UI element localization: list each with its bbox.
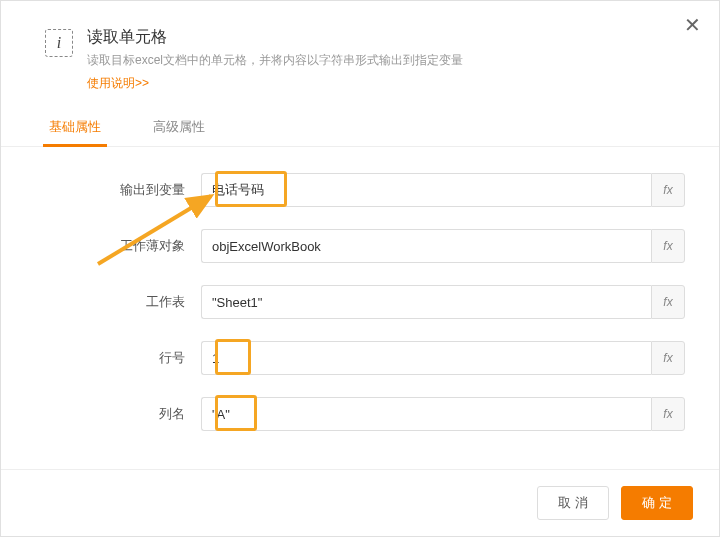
- row-col-name: 列名 fx: [35, 397, 685, 431]
- ok-button[interactable]: 确定: [621, 486, 693, 520]
- input-worksheet[interactable]: [201, 285, 651, 319]
- field-workbook: fx: [201, 229, 685, 263]
- dialog-subtitle: 读取目标excel文档中的单元格，并将内容以字符串形式输出到指定变量: [87, 52, 675, 69]
- input-row-num[interactable]: [201, 341, 651, 375]
- info-icon: i: [45, 29, 73, 57]
- label-output-var: 输出到变量: [35, 181, 201, 199]
- row-row-num: 行号 fx: [35, 341, 685, 375]
- input-workbook[interactable]: [201, 229, 651, 263]
- close-icon[interactable]: ✕: [684, 15, 701, 35]
- usage-link[interactable]: 使用说明>>: [87, 75, 675, 92]
- dialog-footer: 取消 确定: [1, 469, 719, 536]
- field-col-name: fx: [201, 397, 685, 431]
- tabs-bar: 基础属性 高级属性: [1, 102, 719, 147]
- field-output-var: fx: [201, 173, 685, 207]
- row-worksheet: 工作表 fx: [35, 285, 685, 319]
- field-row-num: fx: [201, 341, 685, 375]
- row-output-var: 输出到变量 fx: [35, 173, 685, 207]
- label-col-name: 列名: [35, 405, 201, 423]
- fx-button[interactable]: fx: [651, 341, 685, 375]
- dialog-header: i 读取单元格 读取目标excel文档中的单元格，并将内容以字符串形式输出到指定…: [1, 1, 719, 102]
- fx-button[interactable]: fx: [651, 229, 685, 263]
- label-row-num: 行号: [35, 349, 201, 367]
- dialog-title: 读取单元格: [87, 27, 675, 48]
- input-output-var[interactable]: [201, 173, 651, 207]
- tab-advanced[interactable]: 高级属性: [149, 110, 209, 146]
- label-workbook: 工作薄对象: [35, 237, 201, 255]
- fx-button[interactable]: fx: [651, 285, 685, 319]
- tab-basic[interactable]: 基础属性: [45, 110, 105, 146]
- form-area: 输出到变量 fx 工作薄对象 fx 工作表 fx 行号 fx: [1, 147, 719, 463]
- label-worksheet: 工作表: [35, 293, 201, 311]
- field-worksheet: fx: [201, 285, 685, 319]
- input-col-name[interactable]: [201, 397, 651, 431]
- row-workbook: 工作薄对象 fx: [35, 229, 685, 263]
- dialog-panel: ✕ i 读取单元格 读取目标excel文档中的单元格，并将内容以字符串形式输出到…: [0, 0, 720, 537]
- fx-button[interactable]: fx: [651, 397, 685, 431]
- fx-button[interactable]: fx: [651, 173, 685, 207]
- cancel-button[interactable]: 取消: [537, 486, 609, 520]
- header-text: 读取单元格 读取目标excel文档中的单元格，并将内容以字符串形式输出到指定变量…: [87, 27, 675, 92]
